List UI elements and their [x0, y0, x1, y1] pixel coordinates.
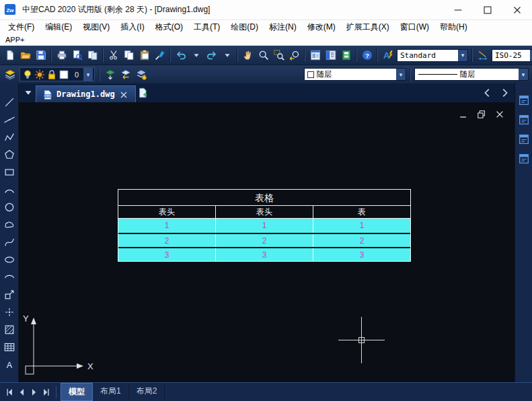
rectangle-icon[interactable]: [1, 164, 18, 180]
bulb-icon[interactable]: [22, 69, 34, 81]
menu-item-12[interactable]: 帮助(H): [434, 20, 473, 34]
menu-item-6[interactable]: 工具(T): [188, 20, 225, 34]
menu-item-2[interactable]: 编辑(E): [40, 20, 77, 34]
text-style-combo[interactable]: Standard ▾: [397, 49, 468, 62]
menu-item-8[interactable]: 标注(N): [264, 20, 302, 34]
scroll-tabs-left-button[interactable]: [480, 85, 495, 100]
layer-previous-icon[interactable]: [118, 67, 133, 82]
revcloud-icon[interactable]: [1, 217, 18, 233]
drawing-canvas[interactable]: 表格 表头表头表 111222333 Y X: [19, 102, 515, 382]
bylayer-color-swatch: [307, 71, 314, 78]
xline-icon[interactable]: [1, 112, 18, 128]
menu-item-5[interactable]: 格式(O): [150, 20, 188, 34]
zoom-icon[interactable]: [256, 48, 271, 63]
menu-item-4[interactable]: 插入(I): [115, 20, 149, 34]
line-icon[interactable]: [1, 94, 18, 110]
layout-tab-1[interactable]: 模型: [61, 383, 93, 401]
hatch-icon[interactable]: [1, 322, 18, 338]
window-controls: [443, 0, 532, 20]
properties-icon[interactable]: [307, 48, 323, 63]
layer-combo[interactable]: 0 ▾: [20, 67, 95, 81]
menu-item-1[interactable]: 文件(F): [3, 20, 40, 34]
undo-icon[interactable]: [173, 48, 188, 63]
match-properties-icon[interactable]: [152, 48, 167, 63]
combo-dropdown-icon[interactable]: ▾: [519, 69, 528, 80]
dropdown-arrow-icon[interactable]: [219, 48, 235, 63]
table-icon[interactable]: [1, 339, 18, 355]
color-swatch-icon[interactable]: [58, 69, 70, 81]
spline-icon[interactable]: [1, 234, 18, 250]
open-folder-icon[interactable]: [17, 48, 33, 63]
menu-item-10[interactable]: 扩展工具(X): [341, 20, 395, 34]
zoom-window-icon[interactable]: [271, 48, 287, 63]
zoom-previous-icon[interactable]: [287, 48, 302, 63]
tab-list-button[interactable]: [20, 85, 36, 100]
doc-minimize-button[interactable]: [458, 108, 469, 119]
layer-manager-icon[interactable]: [2, 67, 17, 82]
plot-icon[interactable]: [54, 48, 69, 63]
ellipse-arc-icon[interactable]: [1, 269, 18, 285]
toolpalettes-icon[interactable]: [338, 48, 354, 63]
menu-item-11[interactable]: 窗口(W): [395, 20, 434, 34]
text-style-icon[interactable]: A: [380, 48, 395, 63]
redo-icon[interactable]: [204, 48, 219, 63]
circle-icon[interactable]: [1, 199, 18, 215]
layer-states-icon[interactable]: [133, 67, 149, 82]
docked-panel-icon[interactable]: [517, 93, 531, 108]
polygon-icon[interactable]: [1, 147, 18, 163]
maximize-button[interactable]: [473, 0, 502, 20]
layout-tab-2[interactable]: 布局1: [93, 383, 129, 401]
linetype-combo[interactable]: 随层 ▾: [414, 68, 529, 81]
menu-item-9[interactable]: 修改(M): [302, 20, 341, 34]
title-bar: Zw 中望CAD 2020 试用版 (剩余 28 天) - [Drawing1.…: [0, 0, 532, 20]
lock-icon[interactable]: [46, 69, 58, 81]
doc-close-button[interactable]: [494, 108, 505, 119]
tab-close-button[interactable]: [118, 89, 129, 100]
close-button[interactable]: [502, 0, 532, 20]
layer-toolbar: 0 ▾ 随层 ▾ 随层 ▾: [0, 65, 532, 83]
copy-icon[interactable]: [121, 48, 137, 63]
insert-block-icon[interactable]: [1, 287, 18, 303]
designcenter-icon[interactable]: [323, 48, 338, 63]
sun-icon[interactable]: [34, 69, 46, 81]
menu-item-7[interactable]: 绘图(D): [225, 20, 264, 34]
pan-icon[interactable]: [240, 48, 256, 63]
nav-prev-icon[interactable]: [16, 386, 28, 398]
doc-restore-button[interactable]: [476, 108, 487, 119]
color-combo[interactable]: 随层 ▾: [304, 68, 406, 81]
document-tab[interactable]: DWG Drawing1.dwg: [36, 85, 136, 102]
dim-style-combo[interactable]: ISO-25 ▾: [492, 49, 532, 62]
combo-dropdown-icon[interactable]: ▾: [396, 69, 406, 80]
docked-panel-icon[interactable]: [517, 112, 531, 127]
docked-panel-icon[interactable]: [517, 151, 531, 166]
nav-last-icon[interactable]: [40, 386, 52, 398]
app-plus-menu[interactable]: APP+: [0, 34, 532, 46]
dropdown-arrow-icon[interactable]: [188, 48, 204, 63]
arc-icon[interactable]: [1, 182, 18, 198]
docked-panel-icon[interactable]: [517, 132, 531, 147]
combo-dropdown-icon[interactable]: ▾: [458, 50, 467, 61]
preview-icon[interactable]: [69, 48, 85, 63]
polyline-icon[interactable]: [1, 129, 18, 145]
ellipse-icon[interactable]: [1, 252, 18, 268]
make-current-icon[interactable]: [102, 67, 118, 82]
table-cell: 2: [118, 234, 215, 247]
minimize-button[interactable]: [443, 0, 473, 20]
nav-next-icon[interactable]: [28, 386, 40, 398]
dim-style-icon[interactable]: [475, 48, 490, 63]
paste-icon[interactable]: [137, 48, 152, 63]
mtext-icon[interactable]: A: [1, 357, 18, 373]
point-icon[interactable]: [1, 304, 18, 320]
scroll-tabs-right-button[interactable]: [496, 85, 512, 100]
layout-tab-3[interactable]: 布局2: [129, 383, 165, 401]
new-tab-button[interactable]: [136, 85, 151, 100]
table-body: 111222333: [118, 219, 410, 261]
cut-icon[interactable]: [106, 48, 121, 63]
nav-first-icon[interactable]: [4, 386, 15, 398]
save-icon[interactable]: [33, 48, 48, 63]
new-file-icon[interactable]: [2, 48, 17, 63]
publish-icon[interactable]: [85, 48, 100, 63]
help-icon[interactable]: ?: [359, 48, 375, 63]
menu-item-3[interactable]: 视图(V): [77, 20, 115, 34]
combo-dropdown-icon[interactable]: ▾: [83, 68, 93, 81]
